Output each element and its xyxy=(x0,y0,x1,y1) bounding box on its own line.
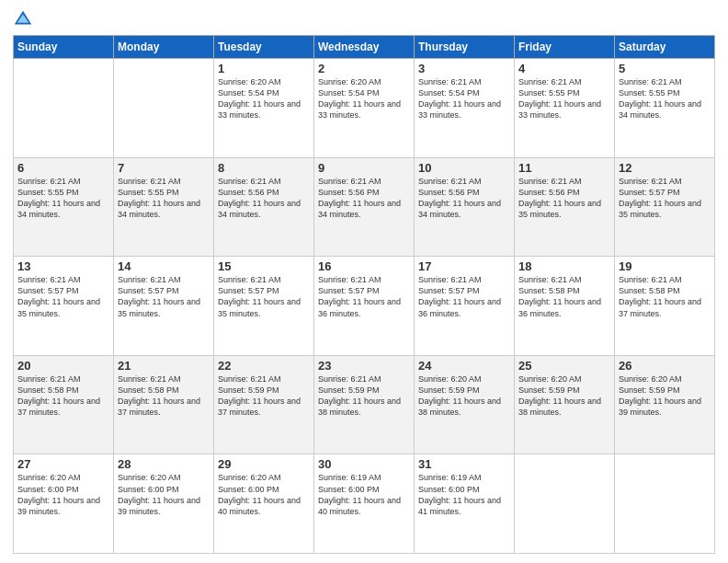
day-number: 1 xyxy=(218,62,310,75)
calendar-cell: 4Sunrise: 6:21 AMSunset: 5:55 PMDaylight… xyxy=(515,59,615,158)
page: SundayMondayTuesdayWednesdayThursdayFrid… xyxy=(0,0,728,563)
day-number: 9 xyxy=(318,161,410,175)
day-number: 18 xyxy=(518,259,610,273)
logo xyxy=(13,9,37,29)
calendar-cell: 13Sunrise: 6:21 AMSunset: 5:57 PMDayligh… xyxy=(14,257,114,356)
day-info: Sunrise: 6:21 AMSunset: 5:56 PMDaylight:… xyxy=(318,176,410,221)
week-row-3: 13Sunrise: 6:21 AMSunset: 5:57 PMDayligh… xyxy=(14,257,715,356)
calendar-cell: 15Sunrise: 6:21 AMSunset: 5:57 PMDayligh… xyxy=(214,257,314,356)
day-number: 6 xyxy=(17,161,109,175)
calendar-cell: 7Sunrise: 6:21 AMSunset: 5:55 PMDaylight… xyxy=(114,157,214,257)
calendar-cell: 21Sunrise: 6:21 AMSunset: 5:58 PMDayligh… xyxy=(114,355,214,454)
day-number: 30 xyxy=(318,457,410,471)
calendar-cell: 17Sunrise: 6:21 AMSunset: 5:57 PMDayligh… xyxy=(415,257,515,356)
day-info: Sunrise: 6:20 AMSunset: 5:54 PMDaylight:… xyxy=(218,76,310,121)
calendar-cell: 16Sunrise: 6:21 AMSunset: 5:57 PMDayligh… xyxy=(314,257,415,356)
day-info: Sunrise: 6:21 AMSunset: 5:57 PMDaylight:… xyxy=(118,274,210,319)
week-row-1: 1Sunrise: 6:20 AMSunset: 5:54 PMDaylight… xyxy=(14,59,715,158)
week-row-5: 27Sunrise: 6:20 AMSunset: 6:00 PMDayligh… xyxy=(14,454,715,554)
day-number: 12 xyxy=(619,161,711,175)
calendar-cell: 23Sunrise: 6:21 AMSunset: 5:59 PMDayligh… xyxy=(314,355,415,454)
calendar-cell: 25Sunrise: 6:20 AMSunset: 5:59 PMDayligh… xyxy=(515,355,615,454)
calendar-cell xyxy=(515,454,615,554)
calendar-cell: 1Sunrise: 6:20 AMSunset: 5:54 PMDaylight… xyxy=(214,59,314,158)
day-info: Sunrise: 6:19 AMSunset: 6:00 PMDaylight:… xyxy=(318,472,410,517)
day-info: Sunrise: 6:21 AMSunset: 5:58 PMDaylight:… xyxy=(17,373,109,419)
day-info: Sunrise: 6:20 AMSunset: 5:59 PMDaylight:… xyxy=(518,373,610,419)
calendar-cell: 11Sunrise: 6:21 AMSunset: 5:56 PMDayligh… xyxy=(515,157,615,257)
day-info: Sunrise: 6:21 AMSunset: 5:56 PMDaylight:… xyxy=(418,176,510,221)
week-row-4: 20Sunrise: 6:21 AMSunset: 5:58 PMDayligh… xyxy=(14,355,715,454)
calendar-cell: 29Sunrise: 6:20 AMSunset: 6:00 PMDayligh… xyxy=(214,454,314,554)
calendar-cell: 24Sunrise: 6:20 AMSunset: 5:59 PMDayligh… xyxy=(415,355,515,454)
generalblue-icon xyxy=(13,9,33,29)
day-info: Sunrise: 6:21 AMSunset: 5:58 PMDaylight:… xyxy=(619,274,711,319)
day-info: Sunrise: 6:21 AMSunset: 5:56 PMDaylight:… xyxy=(218,176,310,221)
calendar-cell: 9Sunrise: 6:21 AMSunset: 5:56 PMDaylight… xyxy=(314,157,415,257)
weekday-header-friday: Friday xyxy=(515,36,615,59)
day-number: 4 xyxy=(518,62,610,75)
weekday-header-saturday: Saturday xyxy=(615,36,715,59)
day-number: 22 xyxy=(218,359,310,373)
calendar-cell: 28Sunrise: 6:20 AMSunset: 6:00 PMDayligh… xyxy=(114,454,214,554)
day-number: 10 xyxy=(418,161,510,175)
day-number: 3 xyxy=(418,62,510,75)
day-info: Sunrise: 6:21 AMSunset: 5:58 PMDaylight:… xyxy=(518,274,610,319)
weekday-header-thursday: Thursday xyxy=(415,36,515,59)
day-info: Sunrise: 6:21 AMSunset: 5:59 PMDaylight:… xyxy=(218,373,310,419)
calendar-cell: 31Sunrise: 6:19 AMSunset: 6:00 PMDayligh… xyxy=(415,454,515,554)
day-number: 24 xyxy=(418,359,510,373)
day-number: 21 xyxy=(118,359,210,373)
weekday-header-monday: Monday xyxy=(114,36,214,59)
calendar-cell: 2Sunrise: 6:20 AMSunset: 5:54 PMDaylight… xyxy=(314,59,415,158)
day-info: Sunrise: 6:21 AMSunset: 5:59 PMDaylight:… xyxy=(318,373,410,419)
calendar-cell: 5Sunrise: 6:21 AMSunset: 5:55 PMDaylight… xyxy=(615,59,715,158)
calendar-cell: 30Sunrise: 6:19 AMSunset: 6:00 PMDayligh… xyxy=(314,454,415,554)
calendar-table: SundayMondayTuesdayWednesdayThursdayFrid… xyxy=(13,35,715,554)
weekday-header-tuesday: Tuesday xyxy=(214,36,314,59)
day-number: 28 xyxy=(118,457,210,471)
day-number: 2 xyxy=(318,62,410,75)
day-info: Sunrise: 6:21 AMSunset: 5:54 PMDaylight:… xyxy=(418,76,510,121)
day-number: 23 xyxy=(318,359,410,373)
weekday-header-row: SundayMondayTuesdayWednesdayThursdayFrid… xyxy=(14,36,715,59)
calendar-cell: 3Sunrise: 6:21 AMSunset: 5:54 PMDaylight… xyxy=(415,59,515,158)
day-info: Sunrise: 6:21 AMSunset: 5:57 PMDaylight:… xyxy=(218,274,310,319)
day-number: 31 xyxy=(418,457,510,471)
day-info: Sunrise: 6:21 AMSunset: 5:57 PMDaylight:… xyxy=(318,274,410,319)
day-number: 29 xyxy=(218,457,310,471)
calendar-cell: 19Sunrise: 6:21 AMSunset: 5:58 PMDayligh… xyxy=(615,257,715,356)
day-info: Sunrise: 6:21 AMSunset: 5:58 PMDaylight:… xyxy=(118,373,210,419)
calendar-cell xyxy=(615,454,715,554)
calendar-cell xyxy=(114,59,214,158)
calendar-cell: 6Sunrise: 6:21 AMSunset: 5:55 PMDaylight… xyxy=(14,157,114,257)
calendar-cell: 14Sunrise: 6:21 AMSunset: 5:57 PMDayligh… xyxy=(114,257,214,356)
day-number: 11 xyxy=(518,161,610,175)
day-number: 7 xyxy=(118,161,210,175)
day-number: 14 xyxy=(118,259,210,273)
day-number: 25 xyxy=(518,359,610,373)
day-info: Sunrise: 6:20 AMSunset: 6:00 PMDaylight:… xyxy=(118,472,210,517)
calendar-cell: 22Sunrise: 6:21 AMSunset: 5:59 PMDayligh… xyxy=(214,355,314,454)
day-number: 19 xyxy=(619,259,711,273)
header xyxy=(13,9,715,29)
calendar-cell: 27Sunrise: 6:20 AMSunset: 6:00 PMDayligh… xyxy=(14,454,114,554)
day-info: Sunrise: 6:21 AMSunset: 5:57 PMDaylight:… xyxy=(17,274,109,319)
day-info: Sunrise: 6:20 AMSunset: 5:59 PMDaylight:… xyxy=(418,373,510,419)
day-info: Sunrise: 6:20 AMSunset: 6:00 PMDaylight:… xyxy=(218,472,310,517)
day-info: Sunrise: 6:19 AMSunset: 6:00 PMDaylight:… xyxy=(418,472,510,517)
day-info: Sunrise: 6:21 AMSunset: 5:55 PMDaylight:… xyxy=(518,76,610,121)
calendar-cell: 18Sunrise: 6:21 AMSunset: 5:58 PMDayligh… xyxy=(515,257,615,356)
calendar-cell xyxy=(14,59,114,158)
day-info: Sunrise: 6:21 AMSunset: 5:55 PMDaylight:… xyxy=(118,176,210,221)
day-number: 17 xyxy=(418,259,510,273)
day-info: Sunrise: 6:21 AMSunset: 5:55 PMDaylight:… xyxy=(619,76,711,121)
calendar-cell: 20Sunrise: 6:21 AMSunset: 5:58 PMDayligh… xyxy=(14,355,114,454)
calendar-cell: 26Sunrise: 6:20 AMSunset: 5:59 PMDayligh… xyxy=(615,355,715,454)
day-info: Sunrise: 6:20 AMSunset: 6:00 PMDaylight:… xyxy=(17,472,109,517)
day-info: Sunrise: 6:20 AMSunset: 5:59 PMDaylight:… xyxy=(619,373,711,419)
day-number: 8 xyxy=(218,161,310,175)
day-info: Sunrise: 6:21 AMSunset: 5:57 PMDaylight:… xyxy=(619,176,711,221)
weekday-header-sunday: Sunday xyxy=(14,36,114,59)
weekday-header-wednesday: Wednesday xyxy=(314,36,415,59)
